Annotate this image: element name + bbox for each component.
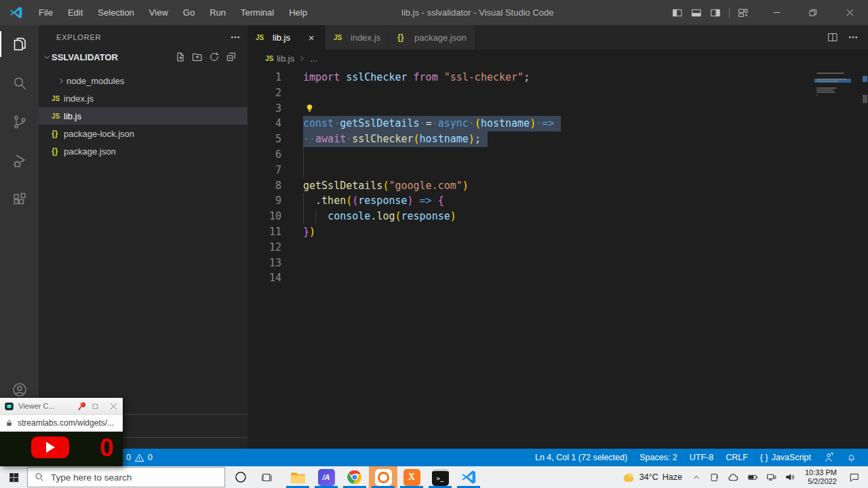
line-number[interactable]: 3 bbox=[248, 101, 281, 117]
file-package-lock.json[interactable]: {}package-lock.json bbox=[39, 125, 248, 142]
collapse-all-icon[interactable] bbox=[226, 52, 237, 62]
breadcrumb[interactable]: JS lib.js ... bbox=[248, 49, 868, 68]
layout-left-icon[interactable] bbox=[672, 7, 683, 18]
system-tray: 34°C Haze 10:33 PM 5/2/2022 bbox=[616, 466, 868, 488]
problems-indicator[interactable]: 0 0 bbox=[126, 453, 153, 463]
menu-help[interactable]: Help bbox=[281, 0, 315, 25]
tray-tablet-icon[interactable] bbox=[705, 466, 724, 488]
breadcrumb-file[interactable]: lib.js bbox=[277, 54, 294, 64]
viewer-count-widget: 0 bbox=[0, 432, 123, 466]
layout-grid-icon[interactable] bbox=[738, 7, 749, 18]
line-number[interactable]: 13 bbox=[248, 256, 281, 271]
line-number[interactable]: 4 bbox=[248, 116, 281, 131]
menu-go[interactable]: Go bbox=[176, 0, 202, 25]
activity-source-control[interactable] bbox=[0, 106, 39, 138]
status-feedback[interactable] bbox=[817, 452, 840, 463]
cortana-button[interactable] bbox=[234, 470, 248, 484]
taskbar-app-code-a[interactable]: /A bbox=[312, 466, 340, 488]
tray-volume-icon[interactable] bbox=[781, 466, 800, 488]
more-actions-icon[interactable] bbox=[230, 32, 241, 43]
menu-selection[interactable]: Selection bbox=[90, 0, 141, 25]
tray-battery-icon[interactable] bbox=[743, 466, 762, 488]
tab-label: package.json bbox=[414, 33, 467, 43]
code-line-4: 4const·getSslDetails·=·async·(hostname)·… bbox=[248, 116, 868, 131]
split-editor-icon[interactable] bbox=[827, 32, 838, 43]
file-lib.js[interactable]: JSlib.js bbox=[39, 107, 248, 125]
status-language-mode[interactable]: { }JavaScript bbox=[754, 453, 817, 462]
breadcrumb-more[interactable]: ... bbox=[310, 54, 317, 64]
taskbar-app-xampp[interactable]: X bbox=[397, 466, 426, 488]
taskbar-app-file-explorer[interactable] bbox=[283, 466, 312, 488]
activity-bar bbox=[0, 25, 39, 449]
action-center-button[interactable] bbox=[844, 472, 868, 483]
weather-widget[interactable]: 34°C Haze bbox=[616, 470, 688, 485]
popup-address-bar[interactable]: streamlabs.com/widgets/... bbox=[0, 415, 123, 432]
line-number[interactable]: 14 bbox=[248, 270, 281, 286]
tray-cloud-icon[interactable] bbox=[724, 466, 743, 488]
status-notifications[interactable] bbox=[840, 453, 863, 463]
taskbar-app-chrome[interactable] bbox=[340, 466, 369, 488]
tab-package.json[interactable]: {}package.json bbox=[389, 25, 475, 49]
taskbar-app-terminal[interactable]: >_ bbox=[426, 466, 454, 488]
status-encoding[interactable]: UTF-8 bbox=[684, 453, 719, 462]
menu-view[interactable]: View bbox=[142, 0, 176, 25]
menu-file[interactable]: File bbox=[31, 0, 60, 25]
code-line-content: console.log(response) bbox=[303, 209, 456, 224]
restore-button[interactable] bbox=[795, 0, 831, 25]
status-eol[interactable]: CRLF bbox=[719, 453, 754, 462]
line-number[interactable]: 2 bbox=[248, 85, 281, 101]
line-number[interactable]: 5 bbox=[248, 131, 281, 147]
more-actions-icon[interactable] bbox=[848, 32, 859, 43]
close-tab-icon[interactable]: × bbox=[306, 32, 317, 43]
line-number[interactable]: 10 bbox=[248, 209, 281, 224]
line-number[interactable]: 12 bbox=[248, 240, 281, 256]
start-button[interactable] bbox=[0, 472, 27, 483]
minimize-button[interactable] bbox=[758, 0, 795, 25]
pin-icon[interactable] bbox=[77, 401, 87, 411]
layout-panel-icon[interactable] bbox=[691, 7, 702, 18]
line-number[interactable]: 7 bbox=[248, 163, 281, 178]
code-editor[interactable]: 1import sslChecker from "ssl-checker";23… bbox=[248, 68, 868, 449]
activity-extensions[interactable] bbox=[0, 184, 39, 216]
activity-search[interactable] bbox=[0, 67, 39, 100]
tray-network-icon[interactable] bbox=[762, 466, 781, 488]
layout-right-icon[interactable] bbox=[710, 7, 721, 18]
task-view-button[interactable] bbox=[261, 472, 273, 483]
new-folder-icon[interactable] bbox=[192, 52, 203, 62]
clock[interactable]: 10:33 PM 5/2/2022 bbox=[800, 468, 844, 486]
tray-chevron-up-icon[interactable] bbox=[688, 466, 705, 488]
line-number[interactable]: 9 bbox=[248, 193, 281, 209]
refresh-icon[interactable] bbox=[209, 52, 220, 62]
taskbar-search[interactable]: Type here to search bbox=[27, 467, 225, 487]
status-cursor-position[interactable]: Ln 4, Col 1 (72 selected) bbox=[529, 453, 633, 462]
file-node_modules[interactable]: node_modules bbox=[39, 72, 248, 89]
menu-terminal[interactable]: Terminal bbox=[233, 0, 281, 25]
folder-section-header[interactable]: SSLVALIDATOR bbox=[39, 49, 248, 65]
line-number[interactable]: 8 bbox=[248, 178, 281, 194]
js-file-icon: JS bbox=[52, 113, 64, 120]
activity-explorer[interactable] bbox=[0, 28, 39, 60]
tab-index.js[interactable]: JSindex.js bbox=[326, 25, 389, 49]
menu-run[interactable]: Run bbox=[202, 0, 233, 25]
line-number[interactable]: 1 bbox=[248, 70, 281, 85]
file-package.json[interactable]: {}package.json bbox=[39, 142, 248, 160]
file-label: package-lock.json bbox=[64, 129, 134, 139]
taskbar-app-streamlabs[interactable] bbox=[369, 466, 397, 488]
taskbar-app-vscode[interactable] bbox=[454, 466, 483, 488]
new-file-icon[interactable] bbox=[175, 52, 186, 62]
popup-title-bar[interactable]: Viewer C... bbox=[0, 398, 123, 415]
popup-close-button[interactable] bbox=[108, 401, 119, 411]
js-file-icon: JS bbox=[256, 34, 268, 41]
file-index.js[interactable]: JSindex.js bbox=[39, 89, 248, 107]
popup-maximize-button[interactable] bbox=[92, 403, 99, 410]
close-button[interactable] bbox=[831, 0, 868, 25]
status-indentation[interactable]: Spaces: 2 bbox=[633, 453, 684, 462]
tab-label: index.js bbox=[351, 33, 380, 43]
lightbulb-icon[interactable] bbox=[304, 103, 315, 113]
activity-run-debug[interactable] bbox=[0, 145, 39, 178]
line-number[interactable]: 6 bbox=[248, 147, 281, 163]
window-title: lib.js - sslvalidator - Visual Studio Co… bbox=[401, 0, 553, 25]
tab-lib.js[interactable]: JSlib.js× bbox=[248, 25, 326, 49]
line-number[interactable]: 11 bbox=[248, 224, 281, 240]
menu-edit[interactable]: Edit bbox=[60, 0, 90, 25]
